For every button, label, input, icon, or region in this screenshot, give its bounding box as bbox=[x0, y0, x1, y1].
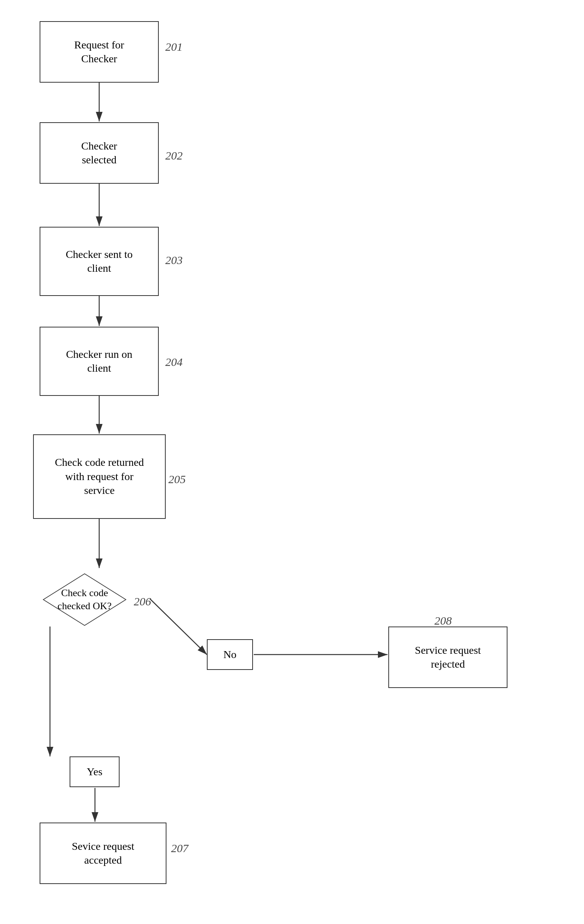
label-207: 207 bbox=[171, 842, 188, 855]
box-checker-run: Checker run on client bbox=[40, 327, 159, 396]
diamond-shape: Check codechecked OK? bbox=[42, 573, 127, 627]
diamond-check-code: Check codechecked OK? bbox=[19, 561, 150, 638]
diamond-label: Check codechecked OK? bbox=[58, 587, 112, 613]
box-service-accepted: Sevice request accepted bbox=[40, 823, 166, 884]
label-205: 205 bbox=[168, 473, 186, 486]
label-201: 201 bbox=[165, 40, 183, 53]
box-checker-selected-label: Checker selected bbox=[81, 139, 117, 167]
diagram-container: Request for Checker Checker selected Che… bbox=[0, 0, 584, 924]
box-yes: Yes bbox=[70, 756, 120, 787]
box-checker-run-label: Checker run on client bbox=[66, 347, 133, 376]
label-202: 202 bbox=[165, 149, 183, 162]
box-no: No bbox=[207, 639, 253, 670]
box-checker-sent-label: Checker sent to client bbox=[66, 248, 133, 276]
box-request-checker: Request for Checker bbox=[40, 21, 159, 83]
label-204: 204 bbox=[165, 356, 183, 369]
box-check-code-returned: Check code returned with request for ser… bbox=[33, 434, 166, 519]
label-206: 206 bbox=[134, 595, 151, 608]
label-203: 203 bbox=[165, 254, 183, 267]
label-208: 208 bbox=[434, 614, 452, 627]
box-checker-selected: Checker selected bbox=[40, 122, 159, 184]
box-yes-label: Yes bbox=[87, 766, 103, 778]
box-check-code-returned-label: Check code returned with request for ser… bbox=[55, 455, 144, 497]
box-service-accepted-label: Sevice request accepted bbox=[72, 839, 135, 867]
box-checker-sent: Checker sent to client bbox=[40, 227, 159, 296]
box-service-rejected: Service request rejected bbox=[388, 627, 507, 688]
svg-line-7 bbox=[150, 599, 207, 655]
box-service-rejected-label: Service request rejected bbox=[415, 643, 481, 671]
box-no-label: No bbox=[223, 648, 236, 661]
box-request-checker-label: Request for Checker bbox=[74, 38, 124, 66]
